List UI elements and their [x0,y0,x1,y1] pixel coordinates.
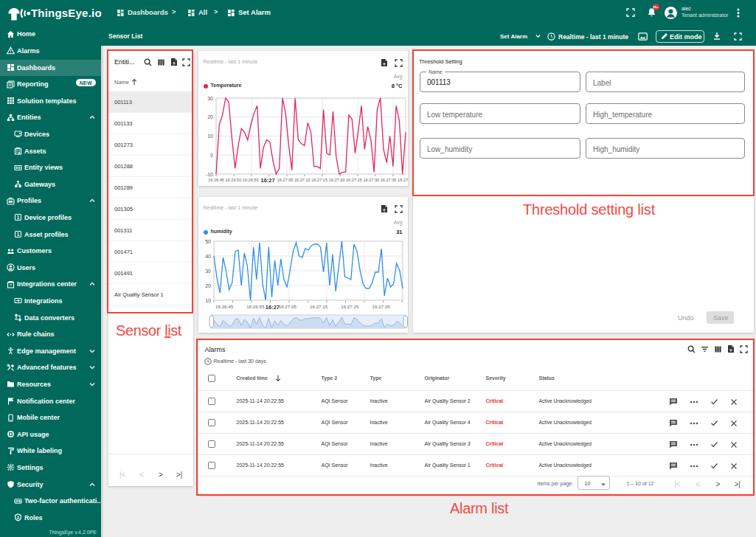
svg-text:16:27: 16:27 [260,177,274,184]
svg-text:20: 20 [205,283,211,288]
svg-text:10: 10 [205,298,211,303]
svg-text:16:27:15: 16:27:15 [310,304,328,309]
svg-text:16:27:25: 16:27:25 [346,178,362,182]
svg-text:16:27:05: 16:27:05 [277,178,293,182]
svg-text:16:27:30: 16:27:30 [363,178,379,182]
svg-text:2FA: 2FA [15,499,21,503]
svg-text:16:27:10: 16:27:10 [294,178,310,182]
svg-text:16:26:55: 16:26:55 [242,178,258,182]
svg-text:16:26:55: 16:26:55 [246,304,265,309]
svg-text:-10: -10 [205,171,212,176]
svg-text:16:27:40: 16:27:40 [398,178,408,182]
svg-text:16:27:35: 16:27:35 [380,178,396,182]
svg-text:16:27:35: 16:27:35 [372,304,390,309]
svg-text:16:26:45: 16:26:45 [215,304,234,309]
svg-text:16:27: 16:27 [265,304,279,311]
svg-text:0: 0 [210,152,213,157]
svg-text:16:26:50: 16:26:50 [225,178,241,182]
svg-text:1: 1 [17,215,20,220]
svg-text:40: 40 [205,254,211,259]
svg-text:20: 20 [207,114,213,119]
svg-text:1: 1 [17,232,20,237]
svg-text:50: 50 [205,239,211,244]
svg-text:16:27:20: 16:27:20 [328,178,344,182]
svg-text:16:27:25: 16:27:25 [341,304,359,309]
svg-text:16:27:15: 16:27:15 [311,178,327,182]
svg-text:30: 30 [207,95,213,100]
svg-text:16:26:45: 16:26:45 [208,178,224,182]
svg-text:30: 30 [205,268,211,274]
svg-text:16:27:05: 16:27:05 [278,304,296,309]
svg-text:10: 10 [207,134,213,139]
